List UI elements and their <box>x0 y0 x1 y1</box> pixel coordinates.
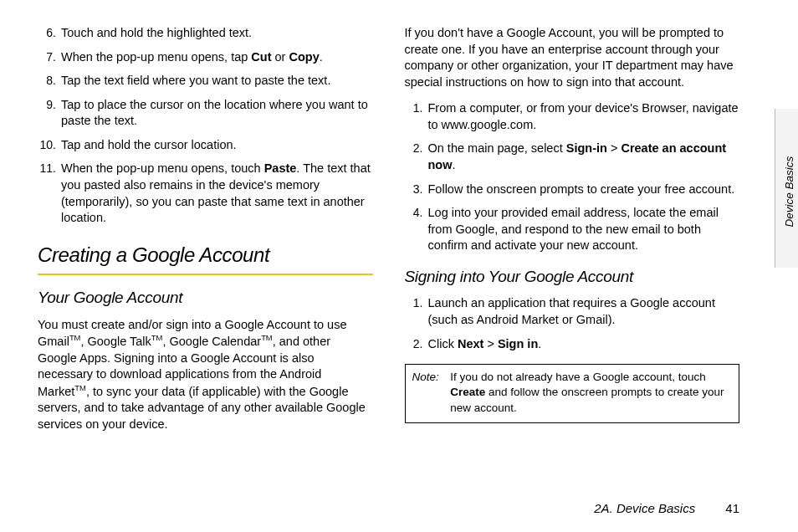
step-number: 8. <box>38 73 56 89</box>
step-text: On the main page, select Sign-in > Creat… <box>428 141 740 173</box>
step-number: 11. <box>38 161 56 176</box>
step-text: Tap to place the cursor on the location … <box>61 97 373 130</box>
step-text: When the pop-up menu opens, tap Cut or C… <box>61 49 373 66</box>
step-item: 3.Follow the onscreen prompts to create … <box>405 182 740 198</box>
step-number: 10. <box>38 137 56 153</box>
step-text: Touch and hold the highlighted text. <box>61 25 373 42</box>
heading-underline <box>38 274 373 275</box>
step-text: Click Next > Sign in. <box>428 336 740 353</box>
note-label: Note: <box>412 370 448 385</box>
step-item: 7.When the pop-up menu opens, tap Cut or… <box>38 49 373 66</box>
step-number: 6. <box>38 25 56 41</box>
step-number: 3. <box>405 182 423 197</box>
step-number: 4. <box>405 205 423 221</box>
step-item: 9.Tap to place the cursor on the locatio… <box>38 97 373 130</box>
subheading-signing-in: Signing into Your Google Account <box>405 266 740 288</box>
body-paragraph: If you don't have a Google Account, you … <box>405 25 740 90</box>
step-number: 1. <box>405 100 423 116</box>
steps-list-a: 6.Touch and hold the highlighted text. 7… <box>38 25 373 227</box>
step-text: From a computer, or from your device's B… <box>428 100 740 133</box>
body-paragraph: You must create and/or sign into a Googl… <box>38 317 373 433</box>
step-number: 2. <box>405 336 423 352</box>
step-item: 11.When the pop-up menu opens, touch Pas… <box>38 161 373 226</box>
side-tab: Device Basics <box>775 109 798 268</box>
page-footer: 2A. Device Basics 41 <box>594 500 739 517</box>
note-text: If you do not already have a Google acco… <box>450 370 730 416</box>
two-column-layout: 6.Touch and hold the highlighted text. 7… <box>38 25 739 468</box>
step-item: 2.Click Next > Sign in. <box>405 336 740 353</box>
step-text: Launch an application that requires a Go… <box>428 295 740 328</box>
step-number: 1. <box>405 295 423 311</box>
step-number: 7. <box>38 49 56 65</box>
step-text: Follow the onscreen prompts to create yo… <box>428 182 740 198</box>
step-item: 1.From a computer, or from your device's… <box>405 100 740 133</box>
footer-section-label: 2A. Device Basics <box>594 501 695 515</box>
footer-page-number: 41 <box>725 501 739 515</box>
step-item: 6.Touch and hold the highlighted text. <box>38 25 373 42</box>
step-text: When the pop-up menu opens, touch Paste.… <box>61 161 373 226</box>
step-item: 8.Tap the text field where you want to p… <box>38 73 373 90</box>
section-heading: Creating a Google Account <box>38 242 373 269</box>
steps-list-b: 1.From a computer, or from your device's… <box>405 100 740 254</box>
subheading-your-account: Your Google Account <box>38 287 373 309</box>
note-box: Note: If you do not already have a Googl… <box>405 364 740 423</box>
steps-list-c: 1.Launch an application that requires a … <box>405 295 740 352</box>
step-number: 9. <box>38 97 56 113</box>
step-number: 2. <box>405 141 423 156</box>
step-text: Log into your provided email address, lo… <box>428 205 740 254</box>
step-text: Tap and hold the cursor location. <box>61 137 373 154</box>
step-text: Tap the text field where you want to pas… <box>61 73 373 90</box>
step-item: 10.Tap and hold the cursor location. <box>38 137 373 154</box>
step-item: 2.On the main page, select Sign-in > Cre… <box>405 141 740 173</box>
step-item: 1.Launch an application that requires a … <box>405 295 740 328</box>
step-item: 4.Log into your provided email address, … <box>405 205 740 254</box>
side-tab-label: Device Basics <box>782 154 797 229</box>
